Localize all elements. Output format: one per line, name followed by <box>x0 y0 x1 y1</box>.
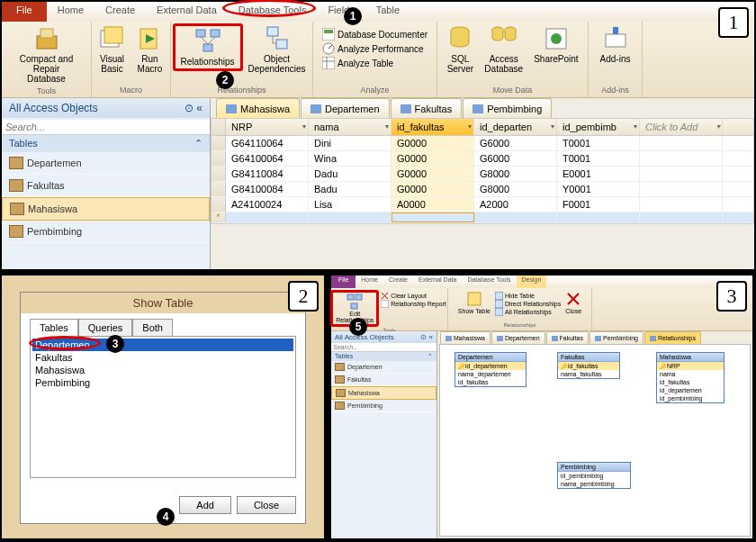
analyze-table-button[interactable]: Analyze Table <box>319 56 397 70</box>
cell[interactable]: G84100084 <box>226 182 309 196</box>
cell[interactable]: G8000 <box>474 167 557 181</box>
cell[interactable]: F0001 <box>557 197 640 212</box>
col-idfakultas[interactable]: id_fakultas▾ <box>392 119 474 135</box>
datasheet-grid[interactable]: NRP▾ nama▾ id_fakultas▾ id_departen▾ id_… <box>211 118 754 224</box>
tab-mahasiswa[interactable]: Mahasiswa <box>216 98 300 118</box>
cell[interactable]: Y0001 <box>557 182 640 196</box>
fld-dep-idfak[interactable]: id_fakultas <box>455 378 526 386</box>
new-row[interactable]: * <box>212 212 753 223</box>
sql-server-button[interactable]: SQL Server <box>441 23 479 76</box>
list-item-fakultas[interactable]: Fakultas <box>32 351 293 364</box>
fld-mhs-idpem[interactable]: id_pembimbing <box>657 394 724 402</box>
close-rel-button[interactable]: Close <box>562 290 584 315</box>
cell[interactable]: G6000 <box>474 136 557 150</box>
nav-dropdown-icon[interactable]: ⊙ « <box>184 102 202 114</box>
table-row[interactable]: G64100064WinaG0000G6000T0001 <box>212 151 753 167</box>
sharepoint-button[interactable]: SharePoint <box>528 23 583 66</box>
cell[interactable]: G6000 <box>474 151 557 166</box>
p3-nav-search[interactable] <box>331 343 436 352</box>
col-nama[interactable]: nama▾ <box>309 119 392 135</box>
p3-tab-create[interactable]: Create <box>383 276 413 288</box>
collapse-icon[interactable]: ⌃ <box>194 138 202 149</box>
table-list[interactable]: Departemen Fakultas Mahasiswa Pembimbing <box>30 336 296 478</box>
tab-external[interactable]: External Data <box>146 2 228 22</box>
list-item-departemen[interactable]: Departemen <box>32 339 293 351</box>
nav-group-tables[interactable]: Tables⌃ <box>2 135 210 152</box>
cell[interactable]: G64110064 <box>226 136 309 150</box>
cell[interactable]: G0000 <box>392 182 474 196</box>
add-button[interactable]: Add <box>179 496 231 514</box>
nav-item-pembimbing[interactable]: Pembimbing <box>2 221 210 243</box>
tablebox-departemen[interactable]: Departemen id_departemen nama_departemen… <box>454 352 526 387</box>
tab-departemen[interactable]: Departemen <box>301 98 390 118</box>
cell[interactable]: T0001 <box>557 151 640 166</box>
rel-report-button[interactable]: Relationship Report <box>379 300 447 308</box>
dlgtab-tables[interactable]: Tables <box>30 319 78 337</box>
p3-tab-dbtools[interactable]: Database Tools <box>462 276 516 288</box>
fld-mhs-nama[interactable]: nama <box>657 370 724 378</box>
fld-dep-id[interactable]: id_departemen <box>455 362 526 370</box>
nav-header[interactable]: All Access Objects⊙ « <box>2 98 210 118</box>
tab-fakultas[interactable]: Fakultas <box>391 98 463 118</box>
tablebox-mahasiswa[interactable]: Mahasiswa NRP nama id_fakultas id_depart… <box>656 352 724 403</box>
cell[interactable]: E0001 <box>557 167 640 181</box>
cell[interactable]: G84110084 <box>226 167 309 181</box>
cell[interactable]: Badu <box>309 182 392 196</box>
col-add[interactable]: Click to Add▾ <box>640 119 723 135</box>
addins-button[interactable]: Add-ins <box>595 23 636 66</box>
access-db-button[interactable]: Access Database <box>479 23 528 76</box>
all-rel-button[interactable]: All Relationships <box>493 308 562 316</box>
col-iddeparten[interactable]: id_departen▾ <box>474 119 557 135</box>
fld-pem-id[interactable]: id_pembimbing <box>558 472 630 480</box>
p3-tab-mahasiswa[interactable]: Mahasiswa <box>440 331 490 344</box>
p3-tab-departemen[interactable]: Departemen <box>491 331 545 344</box>
cell[interactable]: A24100024 <box>226 197 309 212</box>
tab-dbtools[interactable]: Database Tools <box>228 2 318 22</box>
cell[interactable]: A2000 <box>474 197 557 212</box>
fld-fak-nama[interactable]: nama_fakultas <box>558 370 619 378</box>
p3-tab-file[interactable]: File <box>331 276 356 288</box>
fld-mhs-idfak[interactable]: id_fakultas <box>657 378 724 386</box>
analyze-perf-button[interactable]: Analyze Performance <box>319 41 428 56</box>
cell[interactable]: A0000 <box>392 197 474 212</box>
tablebox-fakultas[interactable]: Fakultas id_fakultas nama_fakultas <box>557 352 620 379</box>
visual-basic-button[interactable]: Visual Basic <box>94 23 131 76</box>
dlgtab-both[interactable]: Both <box>132 319 173 336</box>
p3-tab-external[interactable]: External Data <box>413 276 462 288</box>
obj-dep-button[interactable]: Object Dependencies <box>243 23 311 76</box>
tablebox-pembimbing[interactable]: Pembimbing id_pembimbing nama_pembimbing <box>557 462 631 489</box>
run-macro-button[interactable]: Run Macro <box>131 23 169 76</box>
cell[interactable]: G64100064 <box>226 151 309 166</box>
tab-home[interactable]: Home <box>47 2 94 22</box>
tab-table[interactable]: Table <box>365 2 410 22</box>
hide-table-button[interactable]: Hide Table <box>493 292 562 300</box>
tab-pembimbing[interactable]: Pembimbing <box>463 98 552 118</box>
fld-mhs-nrp[interactable]: NRP <box>657 362 724 370</box>
table-row[interactable]: A24100024LisaA0000A2000F0001 <box>212 197 753 212</box>
close-button[interactable]: Close <box>237 496 296 514</box>
p3-nav-header[interactable]: All Access Objects⊙ « <box>331 331 436 343</box>
cell[interactable]: G0000 <box>392 151 474 166</box>
fld-pem-nama[interactable]: nama_pembimbing <box>558 480 630 488</box>
table-row[interactable]: G64110064DiniG0000G6000T0001 <box>212 136 753 151</box>
cell[interactable]: Dadu <box>309 167 392 181</box>
cell[interactable]: Dini <box>309 136 392 150</box>
p3-tab-relationships[interactable]: Relationships <box>644 331 701 344</box>
cell[interactable]: G8000 <box>474 182 557 196</box>
col-nrp[interactable]: NRP▾ <box>226 119 309 135</box>
table-row[interactable]: G84110084DaduG0000G8000E0001 <box>212 167 753 182</box>
p3-nav-fakultas[interactable]: Fakultas <box>331 374 436 386</box>
db-documenter-button[interactable]: Database Documenter <box>319 27 431 41</box>
fld-mhs-iddep[interactable]: id_departemen <box>657 386 724 394</box>
cell[interactable]: Wina <box>309 151 392 166</box>
nav-item-fakultas[interactable]: Fakultas <box>2 175 210 197</box>
cell[interactable]: G0000 <box>392 136 474 150</box>
direct-rel-button[interactable]: Direct Relationships <box>493 300 562 308</box>
tab-create[interactable]: Create <box>94 2 146 22</box>
cell[interactable]: G0000 <box>392 167 474 181</box>
p3-nav-mahasiswa[interactable]: Mahasiswa <box>331 386 436 400</box>
p3-tab-design[interactable]: Design <box>517 276 547 288</box>
p3-nav-pembimbing[interactable]: Pembimbing <box>331 400 436 412</box>
show-table-button[interactable]: Show Table <box>455 290 493 315</box>
p3-tab-pembimbing[interactable]: Pembimbing <box>590 331 644 344</box>
